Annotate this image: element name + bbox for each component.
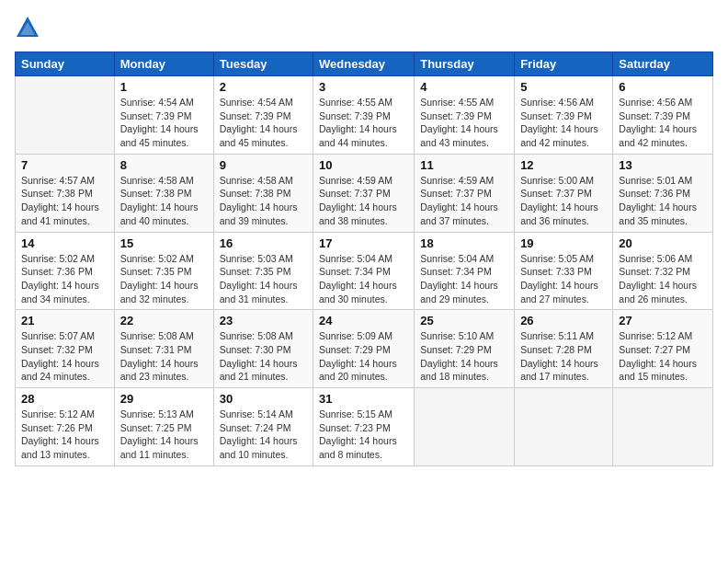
calendar-cell: 4Sunrise: 4:55 AM Sunset: 7:39 PM Daylig… xyxy=(415,76,515,155)
calendar-cell: 19Sunrise: 5:05 AM Sunset: 7:33 PM Dayli… xyxy=(515,232,613,310)
day-info: Sunrise: 5:05 AM Sunset: 7:33 PM Dayligh… xyxy=(520,252,607,306)
calendar-cell: 13Sunrise: 5:01 AM Sunset: 7:36 PM Dayli… xyxy=(613,154,713,232)
day-number: 22 xyxy=(120,314,208,327)
day-number: 15 xyxy=(120,236,208,250)
weekday-header-sunday: Sunday xyxy=(16,52,115,76)
day-number: 14 xyxy=(21,236,108,250)
day-info: Sunrise: 5:02 AM Sunset: 7:36 PM Dayligh… xyxy=(21,252,108,306)
calendar-cell: 2Sunrise: 4:54 AM Sunset: 7:39 PM Daylig… xyxy=(213,76,313,155)
day-number: 9 xyxy=(220,158,307,172)
calendar-cell: 18Sunrise: 5:04 AM Sunset: 7:34 PM Dayli… xyxy=(415,232,515,310)
calendar-cell: 26Sunrise: 5:11 AM Sunset: 7:28 PM Dayli… xyxy=(515,310,613,388)
day-info: Sunrise: 5:12 AM Sunset: 7:27 PM Dayligh… xyxy=(619,329,707,384)
calendar-cell: 1Sunrise: 4:54 AM Sunset: 7:39 PM Daylig… xyxy=(114,76,213,155)
calendar-cell xyxy=(16,76,115,155)
calendar-cell: 12Sunrise: 5:00 AM Sunset: 7:37 PM Dayli… xyxy=(515,154,613,232)
day-number: 18 xyxy=(420,236,508,250)
logo-icon xyxy=(15,15,40,40)
day-number: 26 xyxy=(520,314,607,327)
day-number: 29 xyxy=(120,392,208,406)
calendar: SundayMondayTuesdayWednesdayThursdayFrid… xyxy=(15,52,713,466)
calendar-cell: 30Sunrise: 5:14 AM Sunset: 7:24 PM Dayli… xyxy=(213,388,313,466)
day-number: 28 xyxy=(21,392,108,406)
day-info: Sunrise: 5:15 AM Sunset: 7:23 PM Dayligh… xyxy=(319,408,408,462)
weekday-header-saturday: Saturday xyxy=(613,52,713,76)
day-info: Sunrise: 5:07 AM Sunset: 7:32 PM Dayligh… xyxy=(21,329,108,384)
day-number: 20 xyxy=(619,236,707,250)
weekday-header-friday: Friday xyxy=(515,52,613,76)
day-number: 8 xyxy=(120,158,208,172)
week-row-2: 7Sunrise: 4:57 AM Sunset: 7:38 PM Daylig… xyxy=(16,154,713,232)
day-number: 1 xyxy=(120,80,208,94)
day-info: Sunrise: 4:55 AM Sunset: 7:39 PM Dayligh… xyxy=(420,96,508,150)
weekday-header-tuesday: Tuesday xyxy=(213,52,313,76)
day-number: 13 xyxy=(619,158,707,172)
calendar-cell: 24Sunrise: 5:09 AM Sunset: 7:29 PM Dayli… xyxy=(313,310,415,388)
weekday-header-monday: Monday xyxy=(114,52,213,76)
calendar-cell: 8Sunrise: 4:58 AM Sunset: 7:38 PM Daylig… xyxy=(114,154,213,232)
calendar-cell: 16Sunrise: 5:03 AM Sunset: 7:35 PM Dayli… xyxy=(213,232,313,310)
day-info: Sunrise: 4:55 AM Sunset: 7:39 PM Dayligh… xyxy=(319,96,408,150)
calendar-cell: 15Sunrise: 5:02 AM Sunset: 7:35 PM Dayli… xyxy=(114,232,213,310)
day-number: 21 xyxy=(21,314,108,327)
day-number: 4 xyxy=(420,80,508,94)
day-info: Sunrise: 4:58 AM Sunset: 7:38 PM Dayligh… xyxy=(220,174,307,228)
calendar-cell: 28Sunrise: 5:12 AM Sunset: 7:26 PM Dayli… xyxy=(16,388,115,466)
day-number: 6 xyxy=(619,80,707,94)
day-info: Sunrise: 4:54 AM Sunset: 7:39 PM Dayligh… xyxy=(220,96,307,150)
calendar-cell: 21Sunrise: 5:07 AM Sunset: 7:32 PM Dayli… xyxy=(16,310,115,388)
day-info: Sunrise: 5:08 AM Sunset: 7:31 PM Dayligh… xyxy=(120,329,208,384)
day-number: 31 xyxy=(319,392,408,406)
day-info: Sunrise: 5:11 AM Sunset: 7:28 PM Dayligh… xyxy=(520,329,607,384)
calendar-cell: 3Sunrise: 4:55 AM Sunset: 7:39 PM Daylig… xyxy=(313,76,415,155)
week-row-1: 1Sunrise: 4:54 AM Sunset: 7:39 PM Daylig… xyxy=(16,76,713,155)
calendar-cell: 27Sunrise: 5:12 AM Sunset: 7:27 PM Dayli… xyxy=(613,310,713,388)
header xyxy=(15,15,713,40)
weekday-header-wednesday: Wednesday xyxy=(313,52,415,76)
day-info: Sunrise: 4:58 AM Sunset: 7:38 PM Dayligh… xyxy=(120,174,208,228)
day-number: 30 xyxy=(220,392,307,406)
day-number: 25 xyxy=(420,314,508,327)
day-number: 7 xyxy=(21,158,108,172)
day-info: Sunrise: 5:13 AM Sunset: 7:25 PM Dayligh… xyxy=(120,408,208,462)
day-info: Sunrise: 5:08 AM Sunset: 7:30 PM Dayligh… xyxy=(220,329,307,384)
day-info: Sunrise: 4:56 AM Sunset: 7:39 PM Dayligh… xyxy=(520,96,607,150)
calendar-cell: 5Sunrise: 4:56 AM Sunset: 7:39 PM Daylig… xyxy=(515,76,613,155)
calendar-cell: 10Sunrise: 4:59 AM Sunset: 7:37 PM Dayli… xyxy=(313,154,415,232)
calendar-cell: 29Sunrise: 5:13 AM Sunset: 7:25 PM Dayli… xyxy=(114,388,213,466)
calendar-cell xyxy=(613,388,713,466)
day-info: Sunrise: 4:59 AM Sunset: 7:37 PM Dayligh… xyxy=(319,174,408,228)
day-info: Sunrise: 4:59 AM Sunset: 7:37 PM Dayligh… xyxy=(420,174,508,228)
week-row-5: 28Sunrise: 5:12 AM Sunset: 7:26 PM Dayli… xyxy=(16,388,713,466)
week-row-4: 21Sunrise: 5:07 AM Sunset: 7:32 PM Dayli… xyxy=(16,310,713,388)
day-info: Sunrise: 4:57 AM Sunset: 7:38 PM Dayligh… xyxy=(21,174,108,228)
calendar-cell: 20Sunrise: 5:06 AM Sunset: 7:32 PM Dayli… xyxy=(613,232,713,310)
calendar-cell: 9Sunrise: 4:58 AM Sunset: 7:38 PM Daylig… xyxy=(213,154,313,232)
calendar-cell: 6Sunrise: 4:56 AM Sunset: 7:39 PM Daylig… xyxy=(613,76,713,155)
day-info: Sunrise: 5:03 AM Sunset: 7:35 PM Dayligh… xyxy=(220,252,307,306)
day-info: Sunrise: 5:10 AM Sunset: 7:29 PM Dayligh… xyxy=(420,329,508,384)
day-info: Sunrise: 4:54 AM Sunset: 7:39 PM Dayligh… xyxy=(120,96,208,150)
day-info: Sunrise: 5:04 AM Sunset: 7:34 PM Dayligh… xyxy=(420,252,508,306)
day-info: Sunrise: 4:56 AM Sunset: 7:39 PM Dayligh… xyxy=(619,96,707,150)
calendar-cell: 25Sunrise: 5:10 AM Sunset: 7:29 PM Dayli… xyxy=(415,310,515,388)
logo xyxy=(15,15,44,40)
calendar-cell xyxy=(415,388,515,466)
calendar-cell: 14Sunrise: 5:02 AM Sunset: 7:36 PM Dayli… xyxy=(16,232,115,310)
day-number: 11 xyxy=(420,158,508,172)
calendar-cell: 7Sunrise: 4:57 AM Sunset: 7:38 PM Daylig… xyxy=(16,154,115,232)
day-number: 27 xyxy=(619,314,707,327)
day-info: Sunrise: 5:04 AM Sunset: 7:34 PM Dayligh… xyxy=(319,252,408,306)
day-info: Sunrise: 5:01 AM Sunset: 7:36 PM Dayligh… xyxy=(619,174,707,228)
day-number: 2 xyxy=(220,80,307,94)
day-number: 19 xyxy=(520,236,607,250)
day-info: Sunrise: 5:06 AM Sunset: 7:32 PM Dayligh… xyxy=(619,252,707,306)
day-number: 10 xyxy=(319,158,408,172)
day-info: Sunrise: 5:14 AM Sunset: 7:24 PM Dayligh… xyxy=(220,408,307,462)
weekday-header-row: SundayMondayTuesdayWednesdayThursdayFrid… xyxy=(16,52,713,76)
day-number: 23 xyxy=(220,314,307,327)
day-number: 16 xyxy=(220,236,307,250)
day-number: 17 xyxy=(319,236,408,250)
weekday-header-thursday: Thursday xyxy=(415,52,515,76)
day-info: Sunrise: 5:02 AM Sunset: 7:35 PM Dayligh… xyxy=(120,252,208,306)
